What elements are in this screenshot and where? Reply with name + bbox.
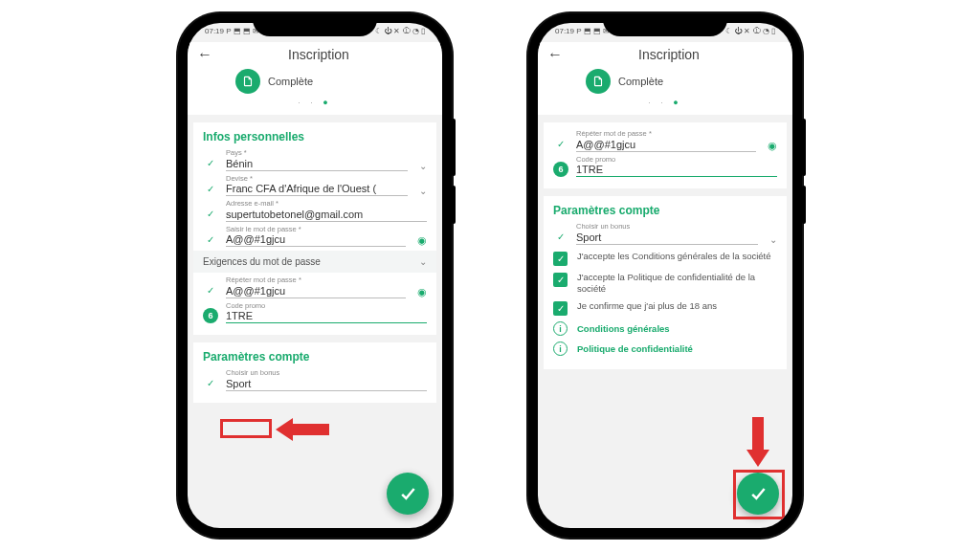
bonus-value: Sport: [226, 377, 427, 391]
check-icon: ✓: [203, 207, 218, 222]
step-badge-6: 6: [553, 162, 568, 177]
consent-age[interactable]: ✓ Je confirme que j'ai plus de 18 ans: [553, 300, 777, 316]
card-account: Paramètres compte ✓ Choisir un bonus Spo…: [544, 196, 787, 369]
screen-left: 07:19 P ⬒ ⬒ ✉ … ☾ ⏻ ✕ ⓘ ◔ ▯ ← Inscriptio…: [188, 23, 442, 528]
field-promo[interactable]: 6 Code promo 1TRE: [553, 156, 777, 178]
status-bar: 07:19 P ⬒ ⬒ ✉ … ☾ ⏻ ✕ ⓘ ◔ ▯: [538, 23, 792, 42]
chevron-down-icon: ⌄: [769, 234, 777, 245]
section-account-title: Paramètres compte: [553, 204, 777, 217]
field-bonus[interactable]: ✓ Choisir un bonus Sport ⌄: [553, 223, 777, 245]
eye-icon[interactable]: ◉: [768, 140, 777, 152]
password2-value: A@@#1gjcu: [226, 284, 406, 298]
eye-icon[interactable]: ◉: [417, 234, 427, 247]
submit-fab[interactable]: [737, 473, 779, 515]
step-complete-icon: [586, 69, 611, 94]
step-label: Complète: [268, 76, 313, 87]
consent-privacy[interactable]: ✓ J'accepte la Politique de confidential…: [553, 272, 777, 296]
field-promo[interactable]: 6 Code promo 1TRE: [203, 302, 427, 324]
card-personal-cont: ✓ Répéter mot de passe * A@@#1gjcu ◉ 6 C…: [544, 122, 787, 188]
step-dots: · · ●: [197, 98, 433, 107]
page-title: Inscription: [570, 47, 768, 62]
check-icon: ✓: [553, 230, 568, 245]
check-icon: ✓: [203, 156, 218, 171]
step-label: Complète: [618, 76, 663, 87]
check-icon: ✓: [203, 181, 218, 196]
promo-value: 1TRE: [226, 309, 427, 323]
field-password[interactable]: ✓ Saisir le mot de passe * A@@#1gjcu ◉: [203, 226, 427, 248]
app-header: ← Inscription Complète · · ●: [188, 42, 442, 115]
currency-value: Franc CFA d'Afrique de l'Ouest (: [226, 182, 408, 196]
password-requirements[interactable]: Exigences du mot de passe ⌄: [193, 251, 436, 273]
back-icon[interactable]: ←: [547, 46, 563, 63]
email-value: supertutobetonel@gmail.com: [226, 208, 427, 222]
step-badge-6: 6: [203, 308, 218, 323]
submit-fab[interactable]: [387, 473, 429, 515]
annotation-arrow-down: [746, 417, 769, 467]
field-password-repeat[interactable]: ✓ Répéter mot de passe * A@@#1gjcu ◉: [553, 130, 777, 152]
field-password-repeat[interactable]: ✓ Répéter mot de passe * A@@#1gjcu ◉: [203, 276, 427, 298]
check-icon: ✓: [553, 137, 568, 152]
back-icon[interactable]: ←: [197, 46, 212, 63]
chevron-down-icon: ⌄: [419, 186, 427, 196]
checkbox-checked-icon[interactable]: ✓: [553, 301, 568, 316]
link-terms[interactable]: i Conditions générales: [553, 321, 777, 336]
link-privacy[interactable]: i Politique de confidentialité: [553, 342, 777, 356]
card-account: Paramètres compte ✓ Choisir un bonus Spo…: [193, 342, 436, 403]
annotation-arrow-left: [276, 418, 329, 441]
chevron-down-icon: ⌄: [419, 256, 427, 267]
app-header: ← Inscription Complète · · ●: [538, 42, 792, 115]
bonus-value: Sport: [576, 231, 758, 245]
card-personal: Infos personnelles ✓ Pays * Bénin ⌄ ✓ De…: [193, 122, 436, 335]
password2-value: A@@#1gjcu: [576, 138, 756, 152]
password-value: A@@#1gjcu: [226, 232, 406, 247]
field-bonus[interactable]: ✓ Choisir un bonus Sport: [203, 369, 427, 391]
country-value: Bénin: [226, 157, 408, 171]
info-icon: i: [553, 321, 568, 336]
info-icon: i: [553, 342, 568, 356]
field-email[interactable]: ✓ Adresse e-mail * supertutobetonel@gmai…: [203, 200, 427, 222]
promo-value: 1TRE: [576, 163, 777, 177]
checkbox-checked-icon[interactable]: ✓: [553, 252, 568, 266]
annotation-promo-box: [220, 419, 272, 438]
step-dots: · · ●: [547, 98, 783, 107]
step-complete-icon: [235, 69, 260, 94]
page-title: Inscription: [220, 47, 417, 62]
screen-right: 07:19 P ⬒ ⬒ ✉ … ☾ ⏻ ✕ ⓘ ◔ ▯ ← Inscriptio…: [538, 23, 792, 528]
checkbox-checked-icon[interactable]: ✓: [553, 273, 568, 287]
field-currency[interactable]: ✓ Devise * Franc CFA d'Afrique de l'Oues…: [203, 175, 427, 197]
check-icon: ✓: [203, 231, 218, 247]
status-bar: 07:19 P ⬒ ⬒ ✉ … ☾ ⏻ ✕ ⓘ ◔ ▯: [188, 23, 442, 42]
chevron-down-icon: ⌄: [419, 161, 427, 171]
check-icon: ✓: [203, 283, 218, 298]
consent-terms[interactable]: ✓ J'accepte les Conditions générales de …: [553, 251, 777, 266]
eye-icon[interactable]: ◉: [417, 286, 427, 298]
section-account-title: Paramètres compte: [203, 350, 427, 364]
phone-left: 07:19 P ⬒ ⬒ ✉ … ☾ ⏻ ✕ ⓘ ◔ ▯ ← Inscriptio…: [178, 13, 452, 538]
phone-right: 07:19 P ⬒ ⬒ ✉ … ☾ ⏻ ✕ ⓘ ◔ ▯ ← Inscriptio…: [528, 13, 802, 538]
check-icon: ✓: [203, 376, 218, 391]
section-personal-title: Infos personnelles: [203, 130, 427, 143]
field-country[interactable]: ✓ Pays * Bénin ⌄: [203, 149, 427, 171]
